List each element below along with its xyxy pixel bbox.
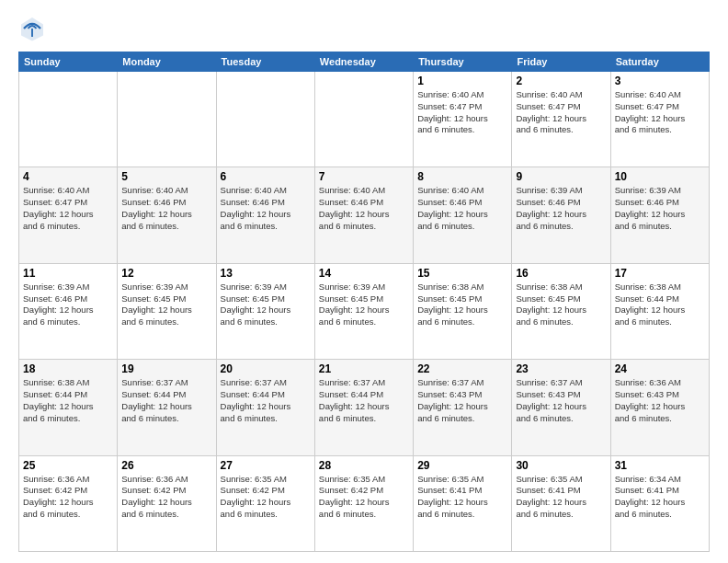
calendar-header-row: SundayMondayTuesdayWednesdayThursdayFrid… bbox=[19, 52, 710, 72]
day-detail: Sunrise: 6:36 AM Sunset: 6:42 PM Dayligh… bbox=[121, 474, 211, 521]
calendar-cell: 9Sunrise: 6:39 AM Sunset: 6:46 PM Daylig… bbox=[512, 167, 610, 263]
calendar-cell bbox=[19, 72, 118, 167]
day-detail: Sunrise: 6:38 AM Sunset: 6:45 PM Dayligh… bbox=[516, 282, 606, 328]
calendar-week-2: 11Sunrise: 6:39 AM Sunset: 6:46 PM Dayli… bbox=[19, 263, 710, 359]
calendar-cell: 29Sunrise: 6:35 AM Sunset: 6:41 PM Dayli… bbox=[414, 455, 512, 551]
day-detail: Sunrise: 6:36 AM Sunset: 6:43 PM Dayligh… bbox=[615, 377, 705, 424]
calendar-cell: 10Sunrise: 6:39 AM Sunset: 6:46 PM Dayli… bbox=[610, 167, 709, 263]
day-detail: Sunrise: 6:39 AM Sunset: 6:46 PM Dayligh… bbox=[23, 282, 113, 328]
day-detail: Sunrise: 6:40 AM Sunset: 6:47 PM Dayligh… bbox=[615, 89, 705, 136]
day-number: 22 bbox=[417, 362, 507, 375]
calendar-cell bbox=[118, 72, 216, 167]
calendar-week-1: 4Sunrise: 6:40 AM Sunset: 6:47 PM Daylig… bbox=[19, 167, 710, 263]
day-number: 18 bbox=[23, 362, 113, 375]
day-detail: Sunrise: 6:37 AM Sunset: 6:44 PM Dayligh… bbox=[319, 377, 409, 424]
calendar-cell: 13Sunrise: 6:39 AM Sunset: 6:45 PM Dayli… bbox=[216, 263, 314, 359]
calendar-header-wednesday: Wednesday bbox=[314, 52, 413, 72]
day-detail: Sunrise: 6:40 AM Sunset: 6:47 PM Dayligh… bbox=[23, 185, 113, 232]
calendar-cell: 14Sunrise: 6:39 AM Sunset: 6:45 PM Dayli… bbox=[314, 263, 413, 359]
calendar-header-friday: Friday bbox=[512, 52, 610, 72]
day-detail: Sunrise: 6:37 AM Sunset: 6:44 PM Dayligh… bbox=[121, 377, 211, 424]
day-detail: Sunrise: 6:37 AM Sunset: 6:44 PM Dayligh… bbox=[221, 377, 311, 424]
day-number: 19 bbox=[121, 362, 211, 375]
day-number: 6 bbox=[221, 170, 311, 183]
calendar-cell: 22Sunrise: 6:37 AM Sunset: 6:43 PM Dayli… bbox=[414, 360, 512, 455]
day-number: 1 bbox=[417, 75, 507, 87]
day-detail: Sunrise: 6:39 AM Sunset: 6:45 PM Dayligh… bbox=[221, 282, 311, 328]
day-detail: Sunrise: 6:39 AM Sunset: 6:46 PM Dayligh… bbox=[516, 185, 606, 232]
day-number: 13 bbox=[221, 267, 311, 280]
calendar-cell: 31Sunrise: 6:34 AM Sunset: 6:41 PM Dayli… bbox=[610, 455, 709, 551]
day-number: 28 bbox=[319, 459, 409, 472]
calendar-cell: 1Sunrise: 6:40 AM Sunset: 6:47 PM Daylig… bbox=[414, 72, 512, 167]
day-number: 4 bbox=[23, 170, 113, 183]
calendar-cell: 12Sunrise: 6:39 AM Sunset: 6:45 PM Dayli… bbox=[118, 263, 216, 359]
day-detail: Sunrise: 6:40 AM Sunset: 6:46 PM Dayligh… bbox=[121, 185, 211, 232]
day-detail: Sunrise: 6:39 AM Sunset: 6:45 PM Dayligh… bbox=[121, 282, 211, 328]
day-number: 2 bbox=[516, 75, 606, 87]
calendar-cell: 6Sunrise: 6:40 AM Sunset: 6:46 PM Daylig… bbox=[216, 167, 314, 263]
calendar-header-thursday: Thursday bbox=[414, 52, 512, 72]
day-detail: Sunrise: 6:40 AM Sunset: 6:46 PM Dayligh… bbox=[417, 185, 507, 232]
calendar-cell: 11Sunrise: 6:39 AM Sunset: 6:46 PM Dayli… bbox=[19, 263, 118, 359]
day-number: 24 bbox=[615, 362, 705, 375]
day-number: 7 bbox=[319, 170, 409, 183]
calendar-header-sunday: Sunday bbox=[19, 52, 118, 72]
calendar-cell: 7Sunrise: 6:40 AM Sunset: 6:46 PM Daylig… bbox=[314, 167, 413, 263]
day-detail: Sunrise: 6:38 AM Sunset: 6:45 PM Dayligh… bbox=[417, 282, 507, 328]
calendar-cell: 16Sunrise: 6:38 AM Sunset: 6:45 PM Dayli… bbox=[512, 263, 610, 359]
calendar-cell: 24Sunrise: 6:36 AM Sunset: 6:43 PM Dayli… bbox=[610, 360, 709, 455]
calendar-cell bbox=[216, 72, 314, 167]
logo bbox=[18, 15, 50, 42]
day-detail: Sunrise: 6:40 AM Sunset: 6:47 PM Dayligh… bbox=[417, 89, 507, 136]
day-number: 3 bbox=[615, 75, 705, 87]
day-number: 15 bbox=[417, 267, 507, 280]
day-number: 26 bbox=[121, 459, 211, 472]
page: SundayMondayTuesdayWednesdayThursdayFrid… bbox=[0, 0, 728, 563]
day-number: 27 bbox=[221, 459, 311, 472]
calendar-week-4: 25Sunrise: 6:36 AM Sunset: 6:42 PM Dayli… bbox=[19, 455, 710, 551]
calendar-cell: 3Sunrise: 6:40 AM Sunset: 6:47 PM Daylig… bbox=[610, 72, 709, 167]
calendar-week-3: 18Sunrise: 6:38 AM Sunset: 6:44 PM Dayli… bbox=[19, 360, 710, 455]
day-detail: Sunrise: 6:40 AM Sunset: 6:46 PM Dayligh… bbox=[221, 185, 311, 232]
day-number: 9 bbox=[516, 170, 606, 183]
calendar-cell: 23Sunrise: 6:37 AM Sunset: 6:43 PM Dayli… bbox=[512, 360, 610, 455]
day-number: 23 bbox=[516, 362, 606, 375]
day-number: 20 bbox=[221, 362, 311, 375]
day-detail: Sunrise: 6:37 AM Sunset: 6:43 PM Dayligh… bbox=[417, 377, 507, 424]
calendar-cell: 19Sunrise: 6:37 AM Sunset: 6:44 PM Dayli… bbox=[118, 360, 216, 455]
day-number: 29 bbox=[417, 459, 507, 472]
day-detail: Sunrise: 6:39 AM Sunset: 6:46 PM Dayligh… bbox=[615, 185, 705, 232]
header bbox=[18, 15, 710, 42]
day-detail: Sunrise: 6:39 AM Sunset: 6:45 PM Dayligh… bbox=[319, 282, 409, 328]
day-number: 16 bbox=[516, 267, 606, 280]
calendar-cell bbox=[314, 72, 413, 167]
calendar-cell: 2Sunrise: 6:40 AM Sunset: 6:47 PM Daylig… bbox=[512, 72, 610, 167]
day-detail: Sunrise: 6:35 AM Sunset: 6:42 PM Dayligh… bbox=[319, 474, 409, 521]
calendar-header-saturday: Saturday bbox=[610, 52, 709, 72]
day-detail: Sunrise: 6:35 AM Sunset: 6:42 PM Dayligh… bbox=[221, 474, 311, 521]
calendar-cell: 15Sunrise: 6:38 AM Sunset: 6:45 PM Dayli… bbox=[414, 263, 512, 359]
day-detail: Sunrise: 6:38 AM Sunset: 6:44 PM Dayligh… bbox=[23, 377, 113, 424]
day-number: 8 bbox=[417, 170, 507, 183]
day-number: 30 bbox=[516, 459, 606, 472]
day-number: 21 bbox=[319, 362, 409, 375]
calendar-cell: 28Sunrise: 6:35 AM Sunset: 6:42 PM Dayli… bbox=[314, 455, 413, 551]
calendar-table: SundayMondayTuesdayWednesdayThursdayFrid… bbox=[18, 52, 710, 552]
day-detail: Sunrise: 6:38 AM Sunset: 6:44 PM Dayligh… bbox=[615, 282, 705, 328]
calendar-cell: 20Sunrise: 6:37 AM Sunset: 6:44 PM Dayli… bbox=[216, 360, 314, 455]
calendar-cell: 30Sunrise: 6:35 AM Sunset: 6:41 PM Dayli… bbox=[512, 455, 610, 551]
calendar-cell: 25Sunrise: 6:36 AM Sunset: 6:42 PM Dayli… bbox=[19, 455, 118, 551]
day-number: 17 bbox=[615, 267, 705, 280]
day-number: 10 bbox=[615, 170, 705, 183]
logo-icon bbox=[18, 15, 46, 42]
calendar-cell: 8Sunrise: 6:40 AM Sunset: 6:46 PM Daylig… bbox=[414, 167, 512, 263]
day-detail: Sunrise: 6:40 AM Sunset: 6:47 PM Dayligh… bbox=[516, 89, 606, 136]
calendar-week-0: 1Sunrise: 6:40 AM Sunset: 6:47 PM Daylig… bbox=[19, 72, 710, 167]
day-detail: Sunrise: 6:34 AM Sunset: 6:41 PM Dayligh… bbox=[615, 474, 705, 521]
day-number: 31 bbox=[615, 459, 705, 472]
calendar-cell: 26Sunrise: 6:36 AM Sunset: 6:42 PM Dayli… bbox=[118, 455, 216, 551]
day-detail: Sunrise: 6:37 AM Sunset: 6:43 PM Dayligh… bbox=[516, 377, 606, 424]
day-number: 5 bbox=[121, 170, 211, 183]
calendar-cell: 27Sunrise: 6:35 AM Sunset: 6:42 PM Dayli… bbox=[216, 455, 314, 551]
